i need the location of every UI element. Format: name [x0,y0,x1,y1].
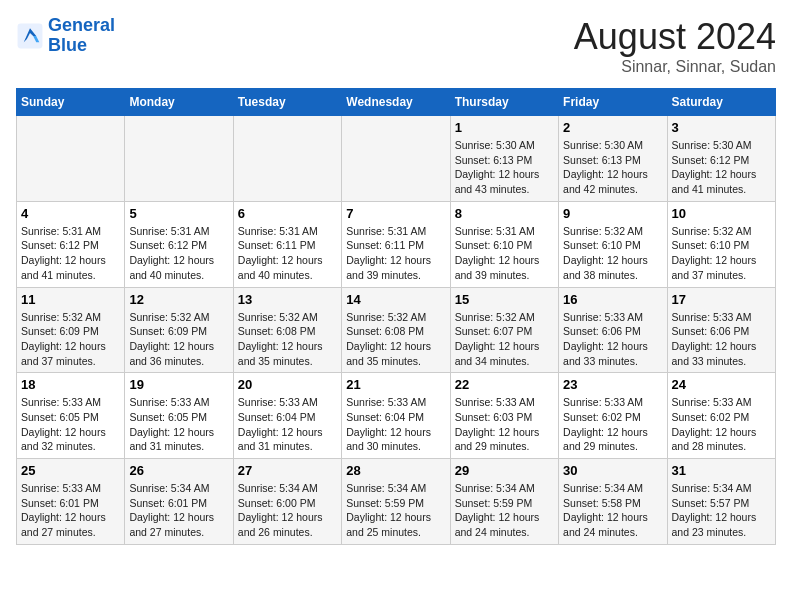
calendar-cell: 12Sunrise: 5:32 AMSunset: 6:09 PMDayligh… [125,287,233,373]
calendar-week-row: 11Sunrise: 5:32 AMSunset: 6:09 PMDayligh… [17,287,776,373]
calendar-table: SundayMondayTuesdayWednesdayThursdayFrid… [16,88,776,545]
calendar-cell [17,116,125,202]
header-day: Saturday [667,89,775,116]
calendar-cell: 18Sunrise: 5:33 AMSunset: 6:05 PMDayligh… [17,373,125,459]
header-day: Sunday [17,89,125,116]
calendar-cell: 16Sunrise: 5:33 AMSunset: 6:06 PMDayligh… [559,287,667,373]
header-day: Friday [559,89,667,116]
calendar-cell: 5Sunrise: 5:31 AMSunset: 6:12 PMDaylight… [125,201,233,287]
calendar-cell: 22Sunrise: 5:33 AMSunset: 6:03 PMDayligh… [450,373,558,459]
calendar-cell: 10Sunrise: 5:32 AMSunset: 6:10 PMDayligh… [667,201,775,287]
main-title: August 2024 [574,16,776,58]
calendar-cell: 23Sunrise: 5:33 AMSunset: 6:02 PMDayligh… [559,373,667,459]
calendar-week-row: 18Sunrise: 5:33 AMSunset: 6:05 PMDayligh… [17,373,776,459]
calendar-cell: 29Sunrise: 5:34 AMSunset: 5:59 PMDayligh… [450,459,558,545]
calendar-cell: 20Sunrise: 5:33 AMSunset: 6:04 PMDayligh… [233,373,341,459]
calendar-cell: 7Sunrise: 5:31 AMSunset: 6:11 PMDaylight… [342,201,450,287]
calendar-week-row: 4Sunrise: 5:31 AMSunset: 6:12 PMDaylight… [17,201,776,287]
calendar-cell: 2Sunrise: 5:30 AMSunset: 6:13 PMDaylight… [559,116,667,202]
calendar-cell: 19Sunrise: 5:33 AMSunset: 6:05 PMDayligh… [125,373,233,459]
calendar-cell: 4Sunrise: 5:31 AMSunset: 6:12 PMDaylight… [17,201,125,287]
header-row: SundayMondayTuesdayWednesdayThursdayFrid… [17,89,776,116]
svg-rect-0 [18,23,43,48]
calendar-week-row: 25Sunrise: 5:33 AMSunset: 6:01 PMDayligh… [17,459,776,545]
calendar-cell: 9Sunrise: 5:32 AMSunset: 6:10 PMDaylight… [559,201,667,287]
calendar-cell: 21Sunrise: 5:33 AMSunset: 6:04 PMDayligh… [342,373,450,459]
subtitle: Sinnar, Sinnar, Sudan [574,58,776,76]
header-day: Tuesday [233,89,341,116]
calendar-cell: 17Sunrise: 5:33 AMSunset: 6:06 PMDayligh… [667,287,775,373]
title-block: August 2024 Sinnar, Sinnar, Sudan [574,16,776,76]
calendar-cell: 26Sunrise: 5:34 AMSunset: 6:01 PMDayligh… [125,459,233,545]
calendar-cell: 27Sunrise: 5:34 AMSunset: 6:00 PMDayligh… [233,459,341,545]
logo-text: General Blue [48,16,115,56]
header-day: Monday [125,89,233,116]
calendar-cell: 24Sunrise: 5:33 AMSunset: 6:02 PMDayligh… [667,373,775,459]
calendar-cell: 25Sunrise: 5:33 AMSunset: 6:01 PMDayligh… [17,459,125,545]
calendar-cell: 14Sunrise: 5:32 AMSunset: 6:08 PMDayligh… [342,287,450,373]
calendar-cell: 15Sunrise: 5:32 AMSunset: 6:07 PMDayligh… [450,287,558,373]
calendar-cell: 1Sunrise: 5:30 AMSunset: 6:13 PMDaylight… [450,116,558,202]
calendar-week-row: 1Sunrise: 5:30 AMSunset: 6:13 PMDaylight… [17,116,776,202]
calendar-cell: 6Sunrise: 5:31 AMSunset: 6:11 PMDaylight… [233,201,341,287]
calendar-cell: 30Sunrise: 5:34 AMSunset: 5:58 PMDayligh… [559,459,667,545]
calendar-cell: 28Sunrise: 5:34 AMSunset: 5:59 PMDayligh… [342,459,450,545]
page-header: General Blue August 2024 Sinnar, Sinnar,… [16,16,776,76]
logo-icon [16,22,44,50]
header-day: Wednesday [342,89,450,116]
calendar-cell: 13Sunrise: 5:32 AMSunset: 6:08 PMDayligh… [233,287,341,373]
calendar-cell: 31Sunrise: 5:34 AMSunset: 5:57 PMDayligh… [667,459,775,545]
logo: General Blue [16,16,115,56]
header-day: Thursday [450,89,558,116]
calendar-cell [233,116,341,202]
calendar-cell [342,116,450,202]
calendar-cell: 3Sunrise: 5:30 AMSunset: 6:12 PMDaylight… [667,116,775,202]
calendar-cell: 8Sunrise: 5:31 AMSunset: 6:10 PMDaylight… [450,201,558,287]
calendar-cell: 11Sunrise: 5:32 AMSunset: 6:09 PMDayligh… [17,287,125,373]
calendar-cell [125,116,233,202]
